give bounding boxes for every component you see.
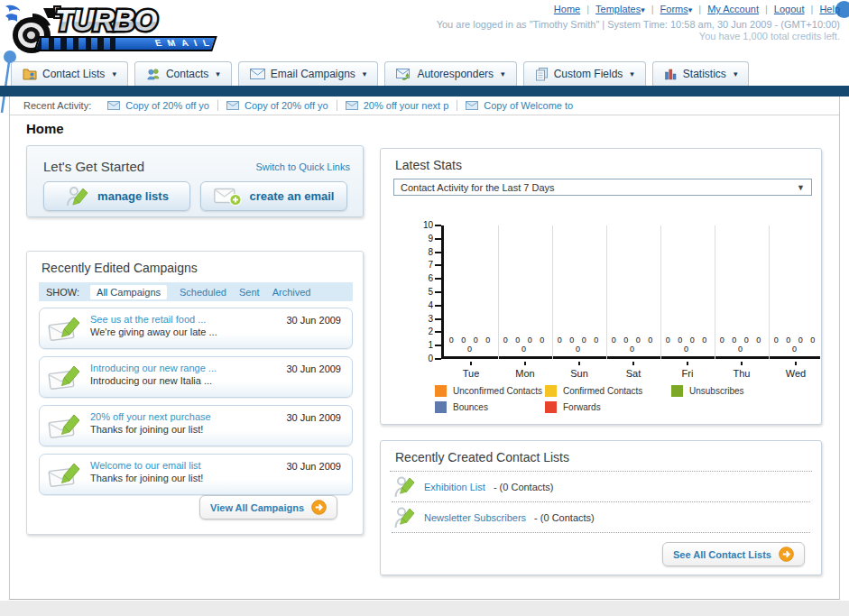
x-axis-tick [524, 362, 526, 365]
header-link-my-account[interactable]: My Account [707, 4, 759, 14]
activity-item[interactable]: Copy of 20% off yo [107, 100, 209, 111]
legend-item: Confirmed Contacts [545, 385, 671, 397]
tab-custom-fields[interactable]: Custom Fields▾ [523, 61, 646, 86]
contact-list-item[interactable]: Exhibition List- (0 Contacts) [390, 472, 812, 501]
tab-autoresponders[interactable]: Autoresponders▾ [384, 61, 516, 86]
filter-scheduled[interactable]: Scheduled [180, 287, 226, 298]
see-all-contact-lists-button[interactable]: See All Contact Lists [662, 542, 805, 566]
y-axis-label: 8 [411, 247, 433, 257]
button-label: manage lists [97, 189, 169, 203]
header-link-templates[interactable]: Templates ▾ [595, 4, 645, 14]
recent-activity-bar: Recent Activity: Copy of 20% off yoCopy … [10, 97, 839, 115]
campaign-subtitle: Thanks for joining our list! [90, 424, 211, 435]
y-axis-label: 6 [411, 273, 433, 283]
legend-label: Forwards [563, 402, 601, 412]
activity-item[interactable]: Copy of Welcome to [466, 100, 573, 111]
campaign-title[interactable]: Welcome to our email list [90, 460, 203, 471]
tab-contacts[interactable]: Contacts▾ [134, 61, 232, 86]
x-axis-tick [795, 362, 797, 365]
activity-separator [457, 100, 457, 111]
nav-separator: | [698, 4, 701, 14]
arrow-circle-icon [311, 500, 327, 515]
header-link-logout[interactable]: Logout [774, 4, 805, 14]
campaign-date: 30 Jun 2009 [286, 363, 341, 374]
filter-sent[interactable]: Sent [239, 287, 260, 298]
app-window: TURBO EMAIL Home|Templates ▾|Forms ▾|My … [0, 0, 849, 616]
arrow-circle-icon [779, 547, 794, 562]
x-axis-label: Fri [660, 368, 715, 379]
y-axis-tick [435, 358, 441, 360]
campaign-text: See us at the retail food ...We're givin… [90, 314, 217, 337]
chart-value-labels: 0 0 0 0 0 [552, 336, 606, 354]
contact-list-item[interactable]: Newsletter Subscribers- (0 Contacts) [390, 502, 812, 532]
button-create-an-email[interactable]: create an email [200, 181, 347, 211]
switch-quick-links[interactable]: Switch to Quick Links [255, 161, 350, 172]
stats-period-select[interactable]: Contact Activity for the Last 7 Days ▼ [393, 179, 812, 196]
campaign-item[interactable]: 20% off your next purchaseThanks for joi… [39, 405, 353, 446]
recent-activity-label: Recent Activity: [23, 100, 91, 111]
get-started-title: Let's Get Started [43, 159, 144, 174]
campaign-filters: All CampaignsScheduledSentArchived [90, 285, 310, 299]
dropdown-caret-icon: ▾ [630, 69, 634, 78]
header-link-forms[interactable]: Forms ▾ [660, 4, 693, 14]
contact-list-name[interactable]: Exhibition List [424, 482, 485, 492]
filter-all-campaigns[interactable]: All Campaigns [90, 285, 167, 299]
campaign-title[interactable]: 20% off your next purchase [90, 411, 211, 422]
legend-swatch [545, 385, 557, 397]
contacts-icon [146, 68, 161, 80]
campaign-item[interactable]: Introducing our new range ...Introducing… [39, 356, 353, 398]
x-axis-tick [632, 362, 634, 365]
brand-logo: TURBO EMAIL [5, 2, 231, 58]
email-campaigns-icon [250, 69, 265, 79]
manage-lists-icon [65, 185, 89, 208]
button-manage-lists[interactable]: manage lists [43, 181, 190, 211]
activity-item[interactable]: 20% off your next p [346, 100, 449, 111]
campaign-edit-icon [48, 364, 82, 391]
nav-tabs: Contact Lists▾Contacts▾Email Campaigns▾A… [11, 61, 749, 86]
contact-list-rows: Exhibition List- (0 Contacts)Newsletter … [390, 472, 812, 533]
campaign-title[interactable]: Introducing our new range ... [90, 363, 217, 373]
campaign-item[interactable]: See us at the retail food ...We're givin… [39, 308, 353, 349]
legend-item: Bounces [435, 401, 545, 413]
get-started-buttons: manage listscreate an email [43, 181, 347, 211]
campaign-edit-icon [48, 413, 82, 440]
tab-statistics[interactable]: Statistics▾ [652, 61, 750, 86]
view-all-campaigns-label: View All Campaigns [210, 502, 304, 513]
latest-stats-panel: Latest Stats Contact Activity for the La… [380, 148, 822, 425]
page-title: Home [26, 121, 64, 136]
tab-contact-lists[interactable]: Contact Lists▾ [11, 61, 128, 86]
main-content: Recent Activity: Copy of 20% off yoCopy … [9, 97, 840, 600]
activity-item-label: Copy of 20% off yo [245, 100, 328, 111]
legend-label: Confirmed Contacts [563, 386, 642, 396]
y-axis-label: 10 [411, 220, 433, 230]
header-link-home[interactable]: Home [554, 4, 580, 14]
y-axis-label: 5 [411, 287, 433, 297]
y-axis-tick [435, 278, 441, 280]
x-axis-label: Thu [715, 368, 769, 379]
tab-label: Custom Fields [554, 68, 623, 80]
header-link-help[interactable]: Help [819, 4, 840, 14]
contact-list-name[interactable]: Newsletter Subscribers [424, 512, 526, 523]
select-caret-icon: ▼ [797, 183, 805, 192]
activity-item[interactable]: Copy of 20% off yo [226, 100, 328, 111]
filter-archived[interactable]: Archived [272, 287, 311, 298]
x-axis-tick [578, 362, 580, 365]
tab-email-campaigns[interactable]: Email Campaigns▾ [238, 61, 379, 86]
login-info: You are logged in as "Timothy Smith" | S… [437, 19, 840, 30]
campaign-title[interactable]: See us at the retail food ... [90, 314, 217, 325]
nav-separator: | [651, 4, 654, 14]
tab-label: Contacts [166, 68, 208, 80]
tab-label: Statistics [683, 68, 726, 80]
legend-swatch [435, 385, 447, 397]
recent-activity-items: Copy of 20% off yoCopy of 20% off yo20% … [107, 100, 573, 111]
dropdown-caret-icon: ▾ [216, 69, 220, 78]
credits-info: You have 1,000 total credits left. [699, 31, 840, 41]
campaign-item[interactable]: Welcome to our email listThanks for join… [39, 454, 353, 495]
brand-sub: EMAIL [153, 38, 217, 48]
small-envelope-icon [226, 101, 239, 110]
campaign-subtitle: Thanks for joining our list! [90, 473, 203, 483]
y-axis-tick [435, 345, 441, 346]
campaign-date: 30 Jun 2009 [286, 315, 341, 326]
legend-item: Forwards [545, 401, 671, 413]
view-all-campaigns-button[interactable]: View All Campaigns [199, 495, 337, 519]
